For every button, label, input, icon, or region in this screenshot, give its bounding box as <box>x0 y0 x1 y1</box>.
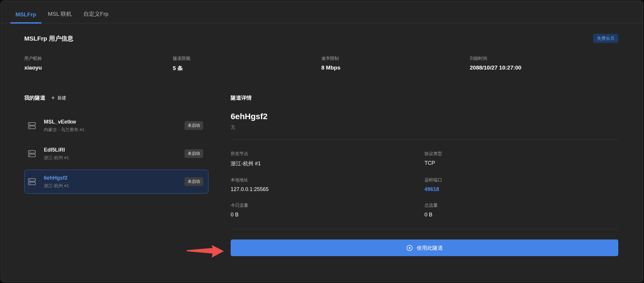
tunnel-node: 内蒙古 - 乌兰察布 #1 <box>44 127 184 133</box>
field-label: 本地地址 <box>231 177 424 183</box>
field-label: 所在节点 <box>231 151 424 157</box>
field-value: TCP <box>424 160 618 166</box>
user-info-field: 用户昵称 xiaoyu <box>24 56 173 72</box>
tab-mslfrp[interactable]: MSLFrp <box>10 11 42 23</box>
field-label: 隧道限额 <box>173 56 321 61</box>
detail-field: 今日流量 0 B <box>231 203 424 218</box>
detail-tunnel-name: 6ehHgsf2 <box>231 112 618 121</box>
server-icon <box>27 121 36 130</box>
tunnel-status-badge: 未启动 <box>184 149 203 158</box>
server-icon <box>27 177 36 186</box>
use-tunnel-button[interactable]: 使用此隧道 <box>231 239 618 256</box>
field-value: 8 Mbps <box>321 65 470 71</box>
field-value: 5 条 <box>173 65 321 72</box>
member-tier-badge: 免费会员 <box>593 34 618 43</box>
field-value: xiaoyu <box>24 65 173 71</box>
tab-bar: MSLFrp MSL 联机 自定义Frp <box>1 1 643 23</box>
tunnel-node: 浙江-杭州 #1 <box>44 183 184 189</box>
field-label: 远程端口 <box>424 177 618 183</box>
tunnel-name: MSL_vEetkw <box>44 119 184 125</box>
tunnel-list-item[interactable]: EdI5LiRI 浙江-杭州 #1 未启动 <box>24 142 208 166</box>
tunnel-detail-grid: 所在节点 浙江-杭州 #1 协议类型 TCP 本地地址 127.0.0.1:25… <box>231 151 618 218</box>
field-value: 2088/10/27 10:27:00 <box>470 65 618 71</box>
tunnel-list: MSL_vEetkw 内蒙古 - 乌兰察布 #1 未启动 <box>24 114 208 194</box>
app-window: MSLFrp MSL 联机 自定义Frp MSLFrp 用户信息 免费会员 用户… <box>1 1 643 282</box>
user-info-field: 隧道限额 5 条 <box>173 56 321 72</box>
use-tunnel-label: 使用此隧道 <box>417 244 443 251</box>
remote-port-value[interactable]: 49618 <box>424 186 618 192</box>
server-icon <box>27 149 36 158</box>
detail-tunnel-description: 无 <box>231 124 618 131</box>
field-label: 协议类型 <box>424 151 618 157</box>
field-label: 速率限制 <box>321 56 470 61</box>
user-info-field: 到期时间 2088/10/27 10:27:00 <box>470 56 618 72</box>
detail-field: 总流量 0 B <box>424 203 618 218</box>
my-tunnels-title: 我的隧道 <box>24 94 45 101</box>
detail-field: 所在节点 浙江-杭州 #1 <box>231 151 424 167</box>
play-icon <box>406 244 413 251</box>
tab-label: MSL 联机 <box>48 11 72 17</box>
tunnel-node: 浙江-杭州 #1 <box>44 155 184 161</box>
field-label: 总流量 <box>424 203 618 208</box>
tunnel-name: EdI5LiRI <box>44 147 184 153</box>
tunnel-name: 6ehHgsf2 <box>44 175 184 181</box>
field-label: 用户昵称 <box>24 56 173 61</box>
field-value: 0 B <box>424 212 618 218</box>
field-label: 到期时间 <box>470 56 618 61</box>
tunnel-list-item[interactable]: MSL_vEetkw 内蒙古 - 乌兰察布 #1 未启动 <box>24 114 208 138</box>
tunnel-detail-title: 隧道详情 <box>231 94 618 101</box>
tab-custom-frp[interactable]: 自定义Frp <box>77 10 114 23</box>
active-tab-underline <box>10 22 42 24</box>
user-info-title: MSLFrp 用户信息 <box>24 34 73 43</box>
tunnel-list-item-selected[interactable]: 6ehHgsf2 浙江-杭州 #1 未启动 <box>24 170 208 194</box>
plus-icon: + <box>51 95 55 101</box>
new-tunnel-label: 新建 <box>58 95 66 101</box>
user-info-field: 速率限制 8 Mbps <box>321 56 470 72</box>
tab-label: MSLFrp <box>15 11 36 18</box>
tunnel-status-badge: 未启动 <box>184 121 203 130</box>
tab-msl-lianji[interactable]: MSL 联机 <box>42 10 78 23</box>
new-tunnel-button[interactable]: + 新建 <box>51 95 66 101</box>
tunnel-status-badge: 未启动 <box>184 177 203 186</box>
detail-field: 协议类型 TCP <box>424 151 618 167</box>
detail-field: 本地地址 127.0.0.1:25565 <box>231 177 424 192</box>
detail-field: 远程端口 49618 <box>424 177 618 192</box>
user-info-grid: 用户昵称 xiaoyu 隧道限额 5 条 速率限制 8 Mbps 到期时间 20… <box>24 56 618 72</box>
tab-label: 自定义Frp <box>83 11 108 17</box>
divider <box>231 140 618 140</box>
field-value: 127.0.0.1:25565 <box>231 186 424 192</box>
divider <box>231 229 618 229</box>
field-value: 浙江-杭州 #1 <box>231 160 424 167</box>
field-label: 今日流量 <box>231 203 424 208</box>
field-value: 0 B <box>231 212 424 218</box>
